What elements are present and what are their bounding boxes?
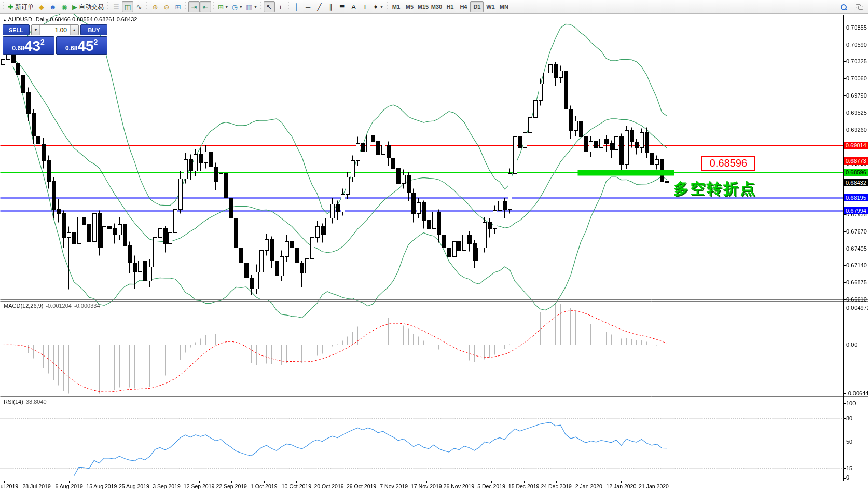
chat-icon (856, 4, 863, 10)
buy-price-sup: 2 (94, 38, 98, 46)
bar-chart-button[interactable]: ☰ (111, 1, 122, 12)
zoom-in-button[interactable]: ⊕ (149, 1, 161, 12)
price-chart-canvas[interactable] (0, 0, 868, 493)
toolbar-grip (212, 2, 215, 11)
metaeditor-button[interactable]: ◆ (36, 1, 47, 12)
autotrading-button-label: 自动交易 (79, 3, 104, 11)
toolbar-grip (107, 2, 109, 11)
market-watch-button[interactable]: ☻ (47, 1, 59, 12)
price-annotation-box[interactable]: 0.68596 (701, 156, 755, 171)
new-chart-icon: ⊞ (218, 4, 224, 10)
arrows-button[interactable]: ✦▾ (371, 1, 385, 12)
auto-scroll-button[interactable]: ⇥ (188, 1, 200, 12)
text-icon: A (351, 4, 356, 10)
autotrading-icon: ▶ (72, 4, 77, 10)
buy-price-prefix: 0.68 (65, 45, 77, 52)
toolbar-right (838, 0, 865, 14)
timeframe-button-h4[interactable]: H4 (457, 1, 470, 12)
buy-price-display[interactable]: 0.68 45 2 (56, 36, 108, 55)
horizontal-line-button[interactable]: ─ (302, 1, 314, 12)
metaeditor-icon: ◆ (39, 4, 44, 10)
buy-button[interactable]: BUY (80, 24, 107, 35)
horizontal-line-icon: ─ (306, 4, 310, 10)
arrows-icon: ✦ (373, 4, 379, 10)
chevron-down-icon: ▾ (226, 5, 228, 9)
line-chart-icon: ∿ (136, 4, 142, 10)
volume-down-button[interactable]: ▼ (32, 25, 40, 35)
timeframe-button-m30[interactable]: M30 (430, 1, 443, 12)
vertical-line-icon: │ (294, 4, 298, 10)
market-watch-icon: ☻ (49, 4, 57, 10)
toolbar-grip (385, 2, 388, 11)
fibonacci-icon: ≣ (339, 4, 345, 10)
new-order-button-label: 新订单 (15, 3, 34, 11)
chevron-down-icon: ▾ (380, 5, 382, 9)
tile-windows-icon: ⊞ (175, 4, 181, 10)
cursor-icon: ↖ (266, 4, 272, 10)
chat-button[interactable] (853, 2, 865, 13)
sell-price-main: 43 (24, 39, 40, 53)
auto-scroll-icon: ⇥ (191, 4, 197, 10)
label-icon: T (363, 4, 367, 10)
toolbar-grip (146, 2, 148, 11)
trendline-icon: ╱ (318, 4, 322, 10)
toolbar-grip (2, 2, 5, 11)
period-icon: ◷ (232, 4, 238, 10)
zoom-in-icon: ⊕ (152, 4, 158, 10)
candlestick-chart-icon: ◫ (125, 4, 131, 10)
chevron-down-icon: ▾ (240, 5, 242, 9)
one-click-trade-panel: SELL ▼ ▲ BUY 0.68 43 2 0.68 45 2 (3, 24, 107, 55)
mt4-window: ✚新订单◆☻◉▶自动交易☰◫∿⊕⊖⊞⇥⇤⊞▾◷▾▦▾↖+│─╱∥≣AT✦▾M1M… (0, 0, 868, 493)
trendline-button[interactable]: ╱ (314, 1, 325, 12)
tile-windows-button[interactable]: ⊞ (172, 1, 184, 12)
text-button[interactable]: A (348, 1, 360, 12)
timeframe-button-h1[interactable]: H1 (443, 1, 457, 12)
sell-price-prefix: 0.68 (12, 45, 24, 52)
vertical-line-button[interactable]: │ (291, 1, 302, 12)
toolbar: ✚新订单◆☻◉▶自动交易☰◫∿⊕⊖⊞⇥⇤⊞▾◷▾▦▾↖+│─╱∥≣AT✦▾M1M… (0, 0, 868, 14)
search-icon (841, 4, 847, 10)
volume-input[interactable] (40, 25, 70, 35)
signals-icon: ◉ (61, 4, 67, 10)
volume-control: ▼ ▲ (31, 24, 79, 35)
new-order-icon: ✚ (8, 4, 13, 10)
channel-button[interactable]: ∥ (325, 1, 337, 12)
period-button[interactable]: ◷▾ (230, 1, 244, 12)
cursor-button[interactable]: ↖ (264, 1, 275, 12)
sell-price-display[interactable]: 0.68 43 2 (3, 36, 54, 55)
zoom-out-button[interactable]: ⊖ (161, 1, 172, 12)
toolbar-grip (185, 2, 187, 11)
search-button[interactable] (838, 2, 849, 13)
toolbar-grip (260, 2, 263, 11)
sell-price-sup: 2 (40, 38, 45, 46)
autotrading-button[interactable]: ▶自动交易 (70, 1, 106, 12)
timeframe-button-m15[interactable]: M15 (416, 1, 430, 12)
fibonacci-button[interactable]: ≣ (337, 1, 348, 12)
channel-icon: ∥ (329, 4, 333, 10)
chart-shift-icon: ⇤ (202, 4, 208, 10)
bar-chart-icon: ☰ (113, 4, 119, 10)
template-button[interactable]: ▦▾ (244, 1, 258, 12)
timeframe-button-m1[interactable]: M1 (389, 1, 403, 12)
timeframe-button-m5[interactable]: M5 (403, 1, 416, 12)
chart-shift-button[interactable]: ⇤ (200, 1, 211, 12)
label-button[interactable]: T (360, 1, 371, 12)
signals-button[interactable]: ◉ (59, 1, 70, 12)
chevron-down-icon: ▾ (254, 5, 256, 9)
crosshair-button[interactable]: + (275, 1, 286, 12)
toolbar-grip (287, 2, 290, 11)
buy-price-main: 45 (77, 39, 93, 53)
sell-button[interactable]: SELL (3, 24, 30, 35)
line-chart-button[interactable]: ∿ (133, 1, 145, 12)
candlestick-chart-button[interactable]: ◫ (122, 1, 133, 12)
timeframe-button-d1[interactable]: D1 (470, 1, 484, 12)
turning-point-annotation[interactable]: 多空转折点 (673, 179, 756, 199)
crosshair-icon: + (279, 4, 283, 10)
new-chart-button[interactable]: ⊞▾ (216, 1, 230, 12)
timeframe-button-mn[interactable]: MN (497, 1, 511, 12)
template-icon: ▦ (246, 4, 252, 10)
volume-up-button[interactable]: ▲ (70, 25, 78, 35)
new-order-button[interactable]: ✚新订单 (6, 1, 36, 12)
zoom-out-icon: ⊖ (163, 4, 169, 10)
timeframe-button-w1[interactable]: W1 (484, 1, 497, 12)
